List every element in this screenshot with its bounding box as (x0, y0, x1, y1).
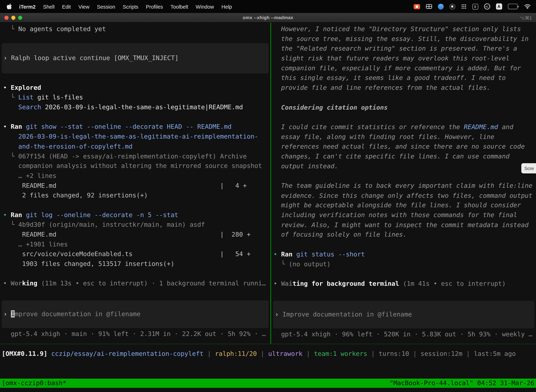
left-pane[interactable]: └ No agents completed yet› Ralph loop ac… (0, 23, 270, 339)
keypad-icon[interactable]: 8 (472, 4, 478, 9)
text-segment: and (498, 123, 513, 130)
text-segment: [OMX#0.11.9] (2, 350, 51, 357)
menu-item-profiles[interactable]: Profiles (142, 4, 167, 9)
text-segment: references need actual files, and since … (273, 143, 525, 150)
window-titlebar[interactable]: omx --xhigh --madmax ⌥⌘1 (0, 13, 536, 23)
screen-edge-overlay-label: Scre (524, 166, 534, 171)
menu-item-view[interactable]: View (75, 4, 93, 9)
text-segment: 1903 files changed, 513517 insertions(+) (3, 260, 174, 267)
pane-divider[interactable] (270, 23, 271, 344)
text-segment: mprove documentation in @filename (15, 311, 140, 318)
text-segment: Search (18, 103, 41, 111)
menu-item-iterm2[interactable]: iTerm2 (15, 4, 39, 9)
terminal-line: 2 files changed, 92 insertions(+) (3, 191, 270, 201)
text-segment: the "Related research writing" section i… (273, 45, 517, 52)
text-segment: Improve documentation in @filename (282, 311, 412, 318)
terminal-line: review. Also, I might want to inspect th… (273, 220, 536, 230)
text-segment: and-the-erosion-of-copyleft.md (3, 143, 132, 150)
terminal-line: … +1901 lines (3, 240, 270, 249)
terminal-line: › Ralph loop active continue [OMX_TMUX_I… (2, 53, 269, 63)
prompt-input[interactable]: › Improve documentation in @filename (2, 300, 269, 328)
macos-menu-bar: iTerm2ShellEditViewSessionScriptsProfile… (0, 0, 536, 13)
menu-item-session[interactable]: Session (93, 4, 119, 9)
menu-item-shell[interactable]: Shell (39, 4, 58, 9)
screen-edge-overlay-button[interactable]: Scre (521, 163, 536, 173)
terminal-line: └ List git ls-files (3, 93, 270, 103)
terminal-line: provide file and line references from th… (273, 83, 536, 93)
terminal-line: └ (no output) (273, 259, 536, 269)
text-segment (3, 103, 18, 111)
text-segment: evidence. Since this change only affects… (273, 192, 532, 199)
text-segment: • (3, 84, 10, 91)
terminal-line: Considering citation options (273, 103, 536, 112)
terminal-line: • Working (11m 13s • esc to interrupt) ·… (3, 279, 270, 289)
menu-item-help[interactable]: Help (218, 4, 236, 9)
text-segment: git status --short (296, 250, 365, 258)
text-segment: provide file and line references from th… (273, 84, 490, 91)
window-tiles-icon[interactable] (426, 4, 432, 9)
text-segment: ting for background terminal (292, 280, 399, 287)
terminal-line: gpt-5.4 xhigh · 96% left · 520K in · 5.8… (273, 329, 536, 339)
terminal-line: └ No agents completed yet (3, 24, 270, 34)
text-segment: └ (no output) (273, 260, 330, 267)
terminal-line: • Waiting for background terminal (1m 41… (273, 279, 536, 289)
menu-bar-status-icons: 8 61 A (413, 3, 532, 9)
battery-nub (518, 6, 519, 7)
zoom-button[interactable] (18, 16, 22, 20)
menu-item-window[interactable]: Window (192, 4, 218, 9)
text-segment: › (3, 311, 11, 318)
close-button[interactable] (5, 16, 9, 20)
screen-recording-icon[interactable] (413, 4, 420, 9)
terminal-content: └ No agents completed yet› Ralph loop ac… (0, 23, 536, 392)
gauge-icon[interactable]: 61 (484, 3, 490, 9)
terminal-line (273, 112, 536, 122)
menu-item-scripts[interactable]: Scripts (119, 4, 142, 9)
terminal-line (3, 269, 270, 279)
blue-app-icon[interactable] (438, 4, 444, 9)
text-segment: git show --stat --oneline --decorate HEA… (26, 123, 231, 130)
ralph-loop-banner: › Ralph loop active continue [OMX_TMUX_I… (2, 43, 269, 73)
right-pane[interactable]: However, I noticed the "Directory Struct… (271, 23, 536, 339)
keypad-label: 8 (474, 5, 476, 8)
terminal-line: slight risk that future readers may over… (273, 54, 536, 63)
text-segment: › (3, 54, 11, 62)
terminal-line: › Improve documentation in @filename (273, 310, 534, 319)
minimize-button[interactable] (11, 16, 15, 20)
input-source-icon[interactable]: A (496, 3, 502, 9)
menu-item-edit[interactable]: Edit (58, 4, 75, 9)
text-segment: | (257, 350, 268, 357)
battery-icon[interactable] (508, 4, 519, 9)
terminal-line: and-the-erosion-of-copyleft.md (3, 142, 270, 151)
text-segment: Ran (11, 211, 26, 219)
text-segment: Ran (281, 250, 296, 258)
terminal-line: 1903 files changed, 513517 insertions(+) (3, 259, 270, 269)
text-segment: └ 067f154 (HEAD -> essay/ai-reimplementa… (3, 152, 247, 160)
text-segment: List (18, 93, 34, 101)
text-segment: … +2 lines (3, 172, 56, 179)
terminal-line: 2026-03-09-is-legal-the-same-as-legitima… (3, 132, 270, 142)
text-segment: might be acceptable alongside the file l… (273, 202, 521, 209)
menu-item-toolbelt[interactable]: Toolbelt (167, 4, 192, 9)
text-segment: cczip/essay/ai-reimplementation-copyleft (51, 350, 203, 357)
terminal-line: the "Related research writing" section i… (273, 44, 536, 54)
tmux-session-label: [omx-cczip0:bash* (2, 378, 67, 388)
text-segment: last:5m ago (474, 350, 516, 357)
text-segment: ralph:11/20 (215, 350, 257, 357)
text-segment: king (22, 280, 38, 287)
dots-grid-icon[interactable] (461, 4, 466, 9)
status-separator (0, 344, 536, 344)
text-segment: 2 files changed, 92 insertions(+) (3, 191, 148, 199)
text-segment: README.md | 4 + (3, 182, 247, 189)
prompt-input[interactable]: › Improve documentation in @filename (273, 301, 534, 328)
terminal-line (273, 93, 536, 103)
terminal-line: of focusing solely on file lines. (273, 230, 536, 240)
text-segment: 2026-03-09-is-legal-the-same-as-legitima… (3, 133, 258, 140)
text-segment: review. Also, I might want to inspect th… (273, 221, 529, 228)
terminal-line: README.md | 4 + (3, 181, 270, 191)
apple-menu-icon[interactable] (3, 3, 15, 9)
dark-app-icon[interactable] (449, 4, 455, 9)
text-segment: › (275, 311, 282, 318)
wifi-icon[interactable] (524, 4, 531, 9)
terminal-line: README.md | 280 + (3, 230, 270, 240)
text-segment: └ (3, 25, 18, 33)
